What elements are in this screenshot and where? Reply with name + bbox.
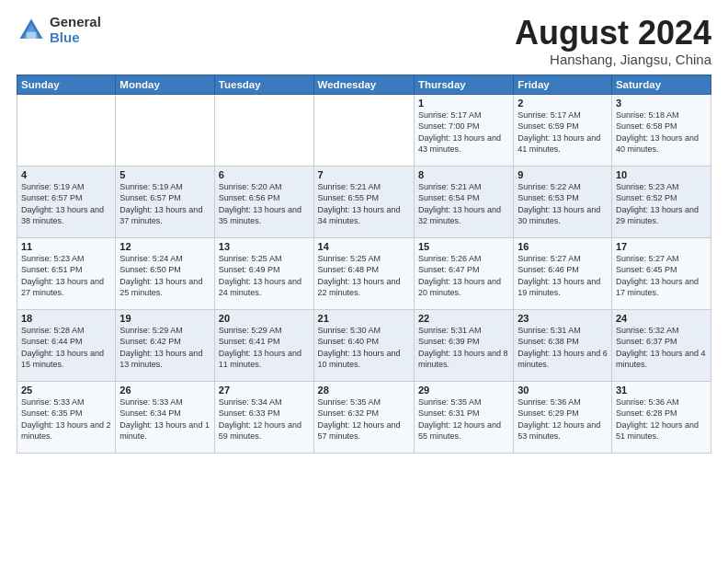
day-detail: Sunrise: 5:20 AM Sunset: 6:56 PM Dayligh…: [219, 181, 310, 227]
day-cell: 28Sunrise: 5:35 AM Sunset: 6:32 PM Dayli…: [313, 381, 414, 453]
day-detail: Sunrise: 5:24 AM Sunset: 6:50 PM Dayligh…: [119, 253, 210, 299]
day-cell: 3Sunrise: 5:18 AM Sunset: 6:58 PM Daylig…: [611, 94, 711, 166]
day-detail: Sunrise: 5:27 AM Sunset: 6:46 PM Dayligh…: [518, 253, 608, 299]
day-number: 26: [119, 385, 210, 396]
day-detail: Sunrise: 5:31 AM Sunset: 6:38 PM Dayligh…: [518, 325, 608, 371]
day-cell: [17, 94, 116, 166]
day-detail: Sunrise: 5:26 AM Sunset: 6:47 PM Dayligh…: [418, 253, 509, 299]
day-cell: 31Sunrise: 5:36 AM Sunset: 6:28 PM Dayli…: [611, 381, 711, 453]
day-cell: 12Sunrise: 5:24 AM Sunset: 6:50 PM Dayli…: [116, 237, 215, 309]
day-detail: Sunrise: 5:22 AM Sunset: 6:53 PM Dayligh…: [518, 181, 608, 227]
title-area: August 2024 Hanshang, Jiangsu, China: [515, 15, 711, 67]
day-number: 5: [119, 169, 210, 180]
day-detail: Sunrise: 5:36 AM Sunset: 6:29 PM Dayligh…: [518, 396, 608, 442]
day-cell: 29Sunrise: 5:35 AM Sunset: 6:31 PM Dayli…: [414, 381, 513, 453]
week-row-1: 1Sunrise: 5:17 AM Sunset: 7:00 PM Daylig…: [17, 94, 711, 166]
day-detail: Sunrise: 5:30 AM Sunset: 6:40 PM Dayligh…: [318, 325, 410, 371]
day-detail: Sunrise: 5:33 AM Sunset: 6:34 PM Dayligh…: [119, 396, 210, 442]
day-number: 13: [219, 241, 310, 252]
day-cell: 5Sunrise: 5:19 AM Sunset: 6:57 PM Daylig…: [116, 166, 215, 237]
day-cell: [313, 94, 414, 166]
week-row-5: 25Sunrise: 5:33 AM Sunset: 6:35 PM Dayli…: [17, 381, 711, 453]
day-detail: Sunrise: 5:27 AM Sunset: 6:45 PM Dayligh…: [616, 253, 707, 299]
day-number: 6: [219, 169, 310, 180]
day-number: 7: [318, 169, 410, 180]
logo: General Blue: [17, 15, 101, 45]
day-number: 29: [418, 385, 509, 396]
day-cell: 4Sunrise: 5:19 AM Sunset: 6:57 PM Daylig…: [17, 166, 116, 237]
day-cell: 8Sunrise: 5:21 AM Sunset: 6:54 PM Daylig…: [414, 166, 513, 237]
day-cell: 11Sunrise: 5:23 AM Sunset: 6:51 PM Dayli…: [17, 237, 116, 309]
day-cell: 23Sunrise: 5:31 AM Sunset: 6:38 PM Dayli…: [514, 309, 612, 381]
day-number: 3: [616, 98, 707, 109]
weekday-header-sunday: Sunday: [17, 75, 116, 94]
day-cell: 2Sunrise: 5:17 AM Sunset: 6:59 PM Daylig…: [514, 94, 612, 166]
day-cell: 13Sunrise: 5:25 AM Sunset: 6:49 PM Dayli…: [214, 237, 313, 309]
day-detail: Sunrise: 5:34 AM Sunset: 6:33 PM Dayligh…: [219, 396, 310, 442]
day-cell: 6Sunrise: 5:20 AM Sunset: 6:56 PM Daylig…: [214, 166, 313, 237]
day-detail: Sunrise: 5:23 AM Sunset: 6:51 PM Dayligh…: [21, 253, 111, 299]
day-detail: Sunrise: 5:33 AM Sunset: 6:35 PM Dayligh…: [21, 396, 111, 442]
day-number: 25: [21, 385, 111, 396]
page: General Blue August 2024 Hanshang, Jiang…: [0, 0, 728, 563]
day-detail: Sunrise: 5:17 AM Sunset: 7:00 PM Dayligh…: [418, 109, 509, 155]
day-number: 27: [219, 385, 310, 396]
day-cell: 22Sunrise: 5:31 AM Sunset: 6:39 PM Dayli…: [414, 309, 513, 381]
day-cell: 18Sunrise: 5:28 AM Sunset: 6:44 PM Dayli…: [17, 309, 116, 381]
day-cell: 21Sunrise: 5:30 AM Sunset: 6:40 PM Dayli…: [313, 309, 414, 381]
day-cell: 24Sunrise: 5:32 AM Sunset: 6:37 PM Dayli…: [611, 309, 711, 381]
day-number: 30: [518, 385, 608, 396]
logo-blue: Blue: [50, 30, 101, 46]
calendar: SundayMondayTuesdayWednesdayThursdayFrid…: [17, 75, 711, 454]
svg-rect-2: [27, 31, 37, 38]
weekday-header-row: SundayMondayTuesdayWednesdayThursdayFrid…: [17, 75, 711, 94]
day-number: 24: [616, 313, 707, 324]
day-cell: 1Sunrise: 5:17 AM Sunset: 7:00 PM Daylig…: [414, 94, 513, 166]
day-cell: 27Sunrise: 5:34 AM Sunset: 6:33 PM Dayli…: [214, 381, 313, 453]
week-row-2: 4Sunrise: 5:19 AM Sunset: 6:57 PM Daylig…: [17, 166, 711, 237]
weekday-header-tuesday: Tuesday: [214, 75, 313, 94]
day-number: 4: [21, 169, 111, 180]
day-cell: 14Sunrise: 5:25 AM Sunset: 6:48 PM Dayli…: [313, 237, 414, 309]
day-number: 10: [616, 169, 707, 180]
day-detail: Sunrise: 5:19 AM Sunset: 6:57 PM Dayligh…: [21, 181, 111, 227]
day-cell: 16Sunrise: 5:27 AM Sunset: 6:46 PM Dayli…: [514, 237, 612, 309]
weekday-header-friday: Friday: [514, 75, 612, 94]
day-number: 21: [318, 313, 410, 324]
day-cell: 20Sunrise: 5:29 AM Sunset: 6:41 PM Dayli…: [214, 309, 313, 381]
day-cell: [214, 94, 313, 166]
week-row-3: 11Sunrise: 5:23 AM Sunset: 6:51 PM Dayli…: [17, 237, 711, 309]
day-cell: 25Sunrise: 5:33 AM Sunset: 6:35 PM Dayli…: [17, 381, 116, 453]
day-number: 11: [21, 241, 111, 252]
day-number: 22: [418, 313, 509, 324]
day-number: 18: [21, 313, 111, 324]
weekday-header-wednesday: Wednesday: [313, 75, 414, 94]
day-detail: Sunrise: 5:17 AM Sunset: 6:59 PM Dayligh…: [518, 109, 608, 155]
day-detail: Sunrise: 5:21 AM Sunset: 6:55 PM Dayligh…: [318, 181, 410, 227]
day-cell: 26Sunrise: 5:33 AM Sunset: 6:34 PM Dayli…: [116, 381, 215, 453]
day-number: 23: [518, 313, 608, 324]
day-cell: 30Sunrise: 5:36 AM Sunset: 6:29 PM Dayli…: [514, 381, 612, 453]
header: General Blue August 2024 Hanshang, Jiang…: [17, 15, 711, 67]
title-month: August 2024: [515, 15, 711, 52]
day-number: 31: [616, 385, 707, 396]
day-number: 14: [318, 241, 410, 252]
day-cell: 7Sunrise: 5:21 AM Sunset: 6:55 PM Daylig…: [313, 166, 414, 237]
title-location: Hanshang, Jiangsu, China: [515, 52, 711, 67]
logo-general: General: [50, 15, 101, 30]
logo-icon: [17, 16, 46, 45]
day-number: 28: [318, 385, 410, 396]
day-detail: Sunrise: 5:35 AM Sunset: 6:32 PM Dayligh…: [318, 396, 410, 442]
day-number: 9: [518, 169, 608, 180]
day-detail: Sunrise: 5:19 AM Sunset: 6:57 PM Dayligh…: [119, 181, 210, 227]
day-detail: Sunrise: 5:36 AM Sunset: 6:28 PM Dayligh…: [616, 396, 707, 442]
day-cell: 17Sunrise: 5:27 AM Sunset: 6:45 PM Dayli…: [611, 237, 711, 309]
day-cell: 19Sunrise: 5:29 AM Sunset: 6:42 PM Dayli…: [116, 309, 215, 381]
day-detail: Sunrise: 5:25 AM Sunset: 6:48 PM Dayligh…: [318, 253, 410, 299]
day-cell: 9Sunrise: 5:22 AM Sunset: 6:53 PM Daylig…: [514, 166, 612, 237]
week-row-4: 18Sunrise: 5:28 AM Sunset: 6:44 PM Dayli…: [17, 309, 711, 381]
day-detail: Sunrise: 5:25 AM Sunset: 6:49 PM Dayligh…: [219, 253, 310, 299]
day-cell: 15Sunrise: 5:26 AM Sunset: 6:47 PM Dayli…: [414, 237, 513, 309]
day-number: 16: [518, 241, 608, 252]
weekday-header-saturday: Saturday: [611, 75, 711, 94]
